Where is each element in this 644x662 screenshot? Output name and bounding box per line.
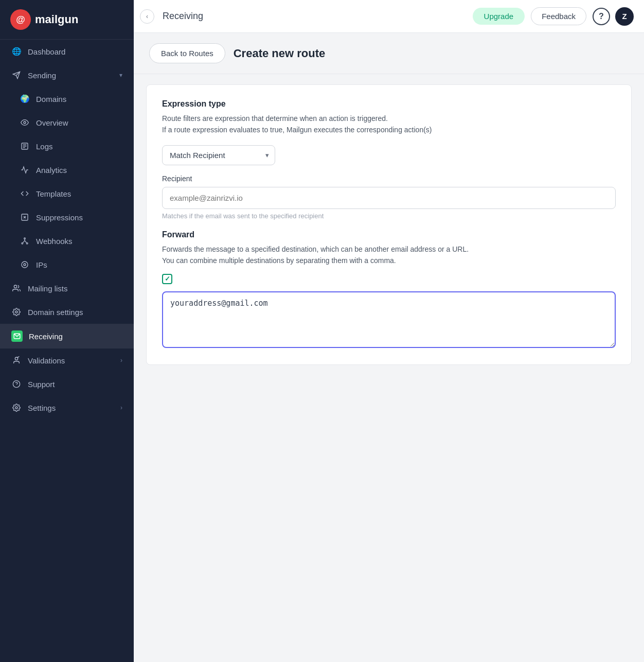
expression-type-select-wrapper: Match Recipient Match Header Catch All ▾ bbox=[162, 145, 275, 165]
receiving-envelope-icon bbox=[11, 330, 23, 342]
sidebar-item-receiving[interactable]: Receiving bbox=[0, 324, 134, 349]
globe-icon: 🌐 bbox=[11, 46, 22, 57]
sidebar-label-support: Support bbox=[28, 380, 122, 389]
expression-desc-line1: Route filters are expression that determ… bbox=[162, 114, 388, 123]
sidebar-item-sending[interactable]: Sending ▾ bbox=[0, 63, 134, 87]
upgrade-button[interactable]: Upgrade bbox=[473, 8, 525, 25]
sidebar-item-analytics[interactable]: Analytics bbox=[0, 158, 134, 182]
svg-point-16 bbox=[24, 264, 26, 266]
sidebar-label-dashboard: Dashboard bbox=[28, 47, 122, 56]
svg-point-12 bbox=[24, 238, 26, 239]
chevron-right-icon-settings: › bbox=[120, 404, 122, 411]
gear2-icon bbox=[11, 403, 22, 413]
forward-checkbox[interactable]: ✓ bbox=[162, 274, 172, 284]
mailgun-logo-icon: @ bbox=[10, 9, 31, 30]
forward-desc-line2: You can combine multiple destinations by… bbox=[162, 256, 396, 265]
support-icon bbox=[11, 379, 22, 389]
sidebar-item-overview[interactable]: Overview bbox=[0, 111, 134, 134]
topbar: ‹ Receiving Upgrade Feedback ? Z bbox=[134, 0, 644, 33]
sidebar-label-overview: Overview bbox=[36, 118, 122, 127]
help-button[interactable]: ? bbox=[593, 8, 610, 25]
form-card: Expression type Route filters are expres… bbox=[146, 84, 632, 365]
topbar-title: Receiving bbox=[163, 11, 203, 22]
main-area: ‹ Receiving Upgrade Feedback ? Z Back to… bbox=[134, 0, 644, 662]
page-title: Create new route bbox=[234, 47, 326, 60]
forward-address-textarea[interactable]: youraddress@gmail.com bbox=[162, 291, 616, 348]
forward-title: Forward bbox=[162, 230, 616, 239]
sidebar-label-domains: Domains bbox=[36, 95, 122, 103]
svg-point-15 bbox=[22, 262, 28, 268]
svg-point-4 bbox=[24, 121, 26, 124]
expression-desc-line2: If a route expression evaluates to true,… bbox=[162, 126, 432, 134]
expression-type-select[interactable]: Match Recipient Match Header Catch All bbox=[162, 145, 275, 165]
svg-point-23 bbox=[15, 407, 17, 409]
svg-point-18 bbox=[15, 311, 17, 313]
logo-area: @ mailgun bbox=[0, 0, 134, 40]
sidebar-label-webhooks: Webhooks bbox=[36, 237, 122, 246]
page-header: Back to Routes Create new route bbox=[134, 33, 644, 74]
svg-text:@: @ bbox=[16, 14, 25, 25]
page-content: Back to Routes Create new route Expressi… bbox=[134, 33, 644, 662]
forward-checkbox-row: ✓ bbox=[162, 274, 616, 284]
suppress-icon bbox=[20, 212, 30, 222]
eye-icon bbox=[20, 117, 30, 128]
doc-icon bbox=[20, 141, 30, 151]
back-to-routes-button[interactable]: Back to Routes bbox=[149, 43, 225, 63]
analytics-icon bbox=[20, 165, 30, 175]
recipient-label: Recipient bbox=[162, 175, 616, 183]
forward-section: Forward Forwards the message to a specif… bbox=[162, 230, 616, 350]
sidebar-item-mailing-lists[interactable]: Mailing lists bbox=[0, 276, 134, 300]
recipient-input[interactable] bbox=[162, 187, 616, 209]
expression-type-title: Expression type bbox=[162, 99, 616, 109]
sidebar-label-receiving: Receiving bbox=[29, 332, 122, 341]
sidebar-collapse-button[interactable]: ‹ bbox=[140, 9, 154, 24]
sidebar-label-ips: IPs bbox=[36, 260, 122, 269]
sidebar-label-sending: Sending bbox=[28, 71, 119, 80]
sidebar-label-domain-settings: Domain settings bbox=[28, 308, 122, 317]
webhook-icon bbox=[20, 236, 30, 246]
chevron-right-icon-validations: › bbox=[120, 357, 122, 364]
sidebar-item-ips[interactable]: IPs bbox=[0, 253, 134, 276]
expression-type-section: Expression type Route filters are expres… bbox=[162, 99, 616, 220]
globe2-icon: 🌍 bbox=[20, 94, 30, 104]
sidebar-item-webhooks[interactable]: Webhooks bbox=[0, 229, 134, 253]
code-icon bbox=[20, 188, 30, 199]
chevron-down-icon: ▾ bbox=[119, 72, 122, 79]
sidebar-item-domain-settings[interactable]: Domain settings bbox=[0, 300, 134, 324]
svg-point-13 bbox=[22, 242, 23, 244]
section-divider bbox=[162, 220, 616, 230]
sidebar-item-support[interactable]: Support bbox=[0, 372, 134, 396]
send-icon bbox=[11, 70, 22, 80]
svg-point-14 bbox=[26, 242, 28, 244]
sidebar-label-analytics: Analytics bbox=[36, 166, 122, 175]
gear-icon bbox=[11, 307, 22, 317]
sidebar-item-domains[interactable]: 🌍 Domains bbox=[0, 87, 134, 111]
sidebar-item-validations[interactable]: Validations › bbox=[0, 349, 134, 372]
person-icon bbox=[11, 283, 22, 293]
sidebar-item-settings[interactable]: Settings › bbox=[0, 396, 134, 420]
user-avatar[interactable]: Z bbox=[615, 7, 634, 26]
feedback-button[interactable]: Feedback bbox=[531, 7, 586, 25]
sidebar-label-validations: Validations bbox=[28, 356, 120, 365]
validations-icon bbox=[11, 355, 22, 365]
sidebar: @ mailgun 🌐 Dashboard Sending ▾ 🌍 Domain… bbox=[0, 0, 134, 662]
sidebar-item-dashboard[interactable]: 🌐 Dashboard bbox=[0, 40, 134, 63]
forward-desc: Forwards the message to a specified dest… bbox=[162, 243, 616, 267]
sidebar-item-suppressions[interactable]: Suppressions bbox=[0, 205, 134, 229]
check-mark-icon: ✓ bbox=[165, 275, 170, 283]
ip-icon bbox=[20, 259, 30, 270]
sidebar-item-logs[interactable]: Logs bbox=[0, 134, 134, 158]
sidebar-label-templates: Templates bbox=[36, 189, 122, 198]
sidebar-label-logs: Logs bbox=[36, 142, 122, 151]
sidebar-label-settings: Settings bbox=[28, 404, 120, 412]
recipient-hint: Matches if the email was sent to the spe… bbox=[162, 212, 616, 220]
forward-desc-line1: Forwards the message to a specified dest… bbox=[162, 245, 469, 253]
sidebar-label-mailing-lists: Mailing lists bbox=[28, 284, 122, 293]
sidebar-item-templates[interactable]: Templates bbox=[0, 182, 134, 205]
sidebar-label-suppressions: Suppressions bbox=[36, 213, 122, 222]
logo-text: mailgun bbox=[35, 13, 78, 26]
expression-type-desc: Route filters are expression that determ… bbox=[162, 113, 616, 136]
svg-point-17 bbox=[14, 285, 16, 288]
